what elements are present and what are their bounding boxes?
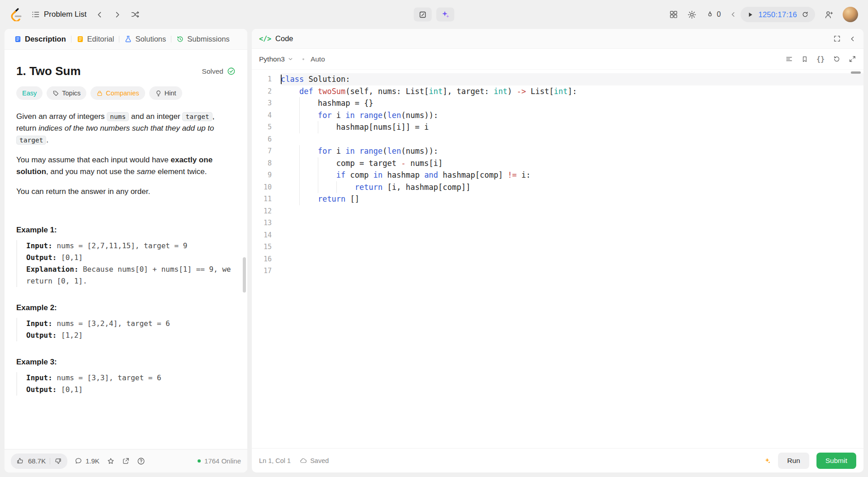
editor-toolbar: Python3 Auto {} (252, 49, 863, 70)
leetcode-logo[interactable] (10, 8, 22, 21)
line-number: 13 (252, 217, 272, 229)
ai-assistant-button[interactable] (436, 8, 454, 22)
tab-label: Description (25, 35, 66, 43)
play-icon[interactable] (747, 11, 754, 18)
problem-content: 1. Two Sum Solved Easy Topics (5, 50, 247, 449)
shuffle-icon[interactable] (131, 10, 140, 19)
timer[interactable]: 1250:17:16 (741, 7, 815, 22)
tab-label: Solutions (135, 35, 166, 43)
code-line[interactable] (281, 133, 863, 146)
collapse-panel-icon[interactable] (849, 35, 856, 43)
gear-icon[interactable] (687, 10, 697, 19)
example-title: Example 2: (16, 303, 236, 312)
streak-count: 0 (717, 10, 721, 19)
description-tabbar: Description Editorial Solutions (5, 29, 247, 50)
code-line[interactable]: hashmap[nums[i]] = i (281, 121, 863, 133)
expand-editor-icon[interactable] (849, 55, 856, 63)
difficulty-badge[interactable]: Easy (16, 86, 42, 100)
example-block: Input: nums = [3,2,4], target = 6Output:… (16, 318, 236, 341)
top-nav: Problem List (0, 0, 868, 29)
code-line[interactable] (281, 205, 863, 217)
problem-list-button[interactable]: Problem List (31, 10, 86, 19)
code-line[interactable]: def twoSum(self, nums: List[int], target… (281, 85, 863, 98)
chevron-down-icon (288, 56, 293, 62)
avatar[interactable] (843, 7, 858, 22)
code-line[interactable]: return [i, hashmap[comp]] (281, 181, 863, 194)
line-number: 8 (252, 157, 272, 170)
description-paragraph: You may assume that each input would hav… (16, 154, 236, 178)
companies-badge[interactable]: Companies (90, 86, 145, 100)
streak-counter[interactable]: 0 (706, 10, 721, 19)
code-line[interactable] (281, 265, 863, 277)
line-number: 7 (252, 145, 272, 157)
debugger-icon[interactable] (764, 457, 771, 464)
code-line[interactable] (281, 253, 863, 265)
sparkles-icon (441, 10, 450, 19)
code-line[interactable]: for i in range(len(nums)): (281, 109, 863, 122)
comments-group[interactable]: 1.9K (75, 457, 99, 465)
badge-row: Easy Topics Companies (16, 86, 236, 100)
solved-status: Solved (202, 67, 236, 76)
topics-badge[interactable]: Topics (47, 86, 86, 100)
timer-collapse-icon[interactable] (730, 11, 737, 18)
code-lines[interactable]: class Solution: def twoSum(self, nums: L… (281, 73, 863, 448)
reset-code-icon[interactable] (833, 55, 840, 63)
line-number: 3 (252, 97, 272, 109)
timer-reset-icon[interactable] (802, 11, 809, 18)
companies-label: Companies (106, 90, 139, 97)
share-icon[interactable] (122, 457, 130, 465)
left-scrollbar-thumb[interactable] (243, 257, 246, 293)
divider (50, 458, 50, 464)
example-block: Input: nums = [2,7,11,15], target = 9Out… (16, 240, 236, 287)
like-count: 68.7K (28, 457, 46, 465)
tag-icon (52, 90, 59, 97)
line-number: 11 (252, 193, 272, 205)
code-line[interactable]: hashmap = {} (281, 97, 863, 109)
thumbs-up-icon[interactable] (16, 457, 24, 465)
code-line[interactable] (281, 217, 863, 229)
code-line[interactable] (281, 229, 863, 241)
auto-toggle[interactable]: Auto (311, 55, 325, 63)
code-line[interactable]: for i in range(len(nums)): (281, 145, 863, 157)
description-footer: 68.7K 1.9K (5, 449, 247, 472)
comment-count: 1.9K (85, 457, 99, 465)
star-icon[interactable] (107, 457, 115, 465)
separator-dot (302, 58, 304, 60)
code-line[interactable]: class Solution: (281, 73, 863, 85)
code-line[interactable]: return [] (281, 193, 863, 205)
layout-icon[interactable] (669, 10, 678, 19)
tab-editorial[interactable]: Editorial (71, 35, 119, 43)
tab-solutions[interactable]: Solutions (119, 35, 171, 43)
code-editor[interactable]: 1234567891011121314151617 class Solution… (252, 70, 863, 448)
solved-label: Solved (202, 67, 223, 76)
lightbulb-icon (155, 90, 162, 97)
code-line[interactable] (281, 241, 863, 253)
code-line[interactable]: comp = target - nums[i] (281, 157, 863, 170)
thumbs-down-icon[interactable] (54, 457, 62, 465)
example-title: Example 1: (16, 226, 236, 235)
hint-badge[interactable]: Hint (149, 86, 182, 100)
description-paragraph: You can return the answer in any order. (16, 186, 236, 198)
workspace: Description Editorial Solutions (0, 29, 868, 477)
language-select[interactable]: Python3 (259, 55, 293, 63)
run-button[interactable]: Run (778, 453, 809, 469)
code-line[interactable]: if comp in hashmap and hashmap[comp] != … (281, 169, 863, 181)
braces-icon[interactable]: {} (816, 55, 825, 63)
notes-button[interactable] (414, 8, 432, 22)
line-number: 12 (252, 205, 272, 217)
submit-button[interactable]: Submit (816, 453, 856, 469)
submissions-history-icon (176, 35, 184, 43)
description-icon (14, 35, 22, 43)
format-lines-icon[interactable] (785, 55, 793, 63)
fullscreen-icon[interactable] (833, 35, 841, 43)
examples: Example 1:Input: nums = [2,7,11,15], tar… (16, 226, 236, 396)
problem-list-label: Problem List (44, 10, 86, 19)
invite-user-icon[interactable] (824, 10, 834, 19)
online-count: 1764 Online (198, 457, 241, 465)
tab-description[interactable]: Description (9, 35, 71, 43)
bookmark-icon[interactable] (801, 56, 808, 63)
tab-submissions[interactable]: Submissions (171, 35, 235, 43)
help-icon[interactable] (137, 457, 145, 465)
next-problem-icon[interactable] (113, 10, 122, 19)
prev-problem-icon[interactable] (95, 10, 104, 19)
